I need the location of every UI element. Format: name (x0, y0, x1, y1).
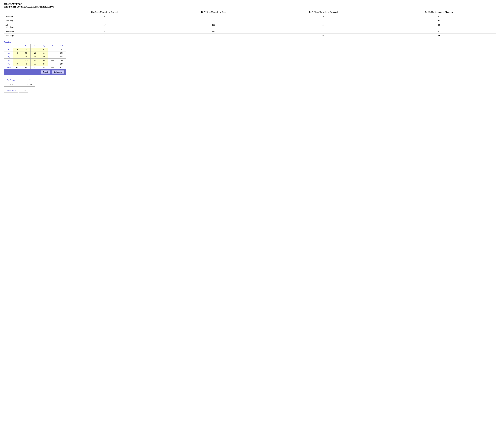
de-a1-b4[interactable]: 6 (39, 48, 48, 51)
col-b2-bold: B2 (201, 11, 203, 13)
de-a2-b5: ----- (48, 51, 57, 55)
section-title: FIRST LANGUAGE (4, 3, 496, 5)
row-a5-b2: 41 (162, 34, 265, 38)
de-a4-b1[interactable]: 57 (13, 59, 22, 62)
row-a5-b3: 96 (265, 34, 382, 38)
row-a2-b3: 21 (265, 19, 382, 23)
row-a1-b1: 2 (47, 14, 162, 19)
calculate-button[interactable]: Calculate (52, 70, 64, 74)
de-a3-b4[interactable]: 39 (39, 55, 48, 59)
row-a2-b4: 11 (382, 19, 496, 23)
de-a3-b2[interactable]: 106 (22, 55, 31, 59)
col-b3-desc: A Private University in Guayaquil (312, 11, 338, 13)
col-b4-desc: A Public University in Riobamba (428, 11, 453, 13)
de-row-a3: A3 47 106 41 39 ----- 233 (4, 55, 66, 59)
de-row-a2: A2 13 61 21 11 ----- 106 (4, 51, 66, 55)
de-row-header-a4: A4 (4, 59, 13, 62)
chi-square-header: Chi-Square (4, 78, 18, 82)
de-col-b4: B4 (39, 44, 48, 48)
row-label-a2: A2 Rarely (4, 19, 47, 23)
p-header: P (25, 78, 35, 82)
de-a2-total: 106 (57, 51, 66, 55)
cramer-row: Cramer's V = 0.1951 (4, 88, 496, 93)
de-a5-b4[interactable]: 84 (39, 62, 48, 66)
p-value: <.0001 (25, 82, 35, 86)
cramer-label: Cramer's V = (4, 88, 18, 93)
sub-title: THIRD CATEGORY: EVALUATION AFTER READING (4, 6, 496, 8)
de-totals-b2: 352 (22, 66, 31, 69)
de-a1-b2[interactable]: 24 (22, 48, 31, 51)
col-b2-desc: A Private University in Quito (204, 11, 226, 13)
de-a4-total: 356 (57, 59, 66, 62)
de-totals-total: 1023 (57, 66, 66, 69)
data-entry-section: Data Entry B1 B2 B3 B4 B5 Totals A1 2 24 (4, 41, 496, 75)
de-a4-b2[interactable]: 120 (22, 59, 31, 62)
de-a2-b1[interactable]: 13 (13, 51, 22, 55)
table-row: A4 Usually 57 120 77 102 (4, 29, 496, 34)
df-value: 12 (18, 82, 25, 86)
de-col-b1: B1 (13, 44, 22, 48)
de-a2-b2[interactable]: 61 (22, 51, 31, 55)
de-a2-b4[interactable]: 11 (39, 51, 48, 55)
cramer-value: 0.1951 (19, 88, 28, 93)
de-row-header-a3: A3 (4, 55, 13, 59)
col-b1-bold: B1 (91, 11, 93, 13)
row-a5-b4: 84 (382, 34, 496, 38)
table-row: A2 Rarely 13 61 21 11 (4, 19, 496, 23)
row-a4-b1: 57 (47, 29, 162, 34)
row-a5-b1: 68 (47, 34, 162, 38)
de-col-totals: Totals (57, 44, 66, 48)
row-label-a5: A5 Always (4, 34, 47, 38)
main-table: B1 A Public University in Guayaquil B2 A… (4, 10, 496, 38)
de-totals-b4: 242 (39, 66, 48, 69)
data-entry-table: B1 B2 B3 B4 B5 Totals A1 2 24 7 6 ----- … (4, 44, 66, 69)
de-a5-b1[interactable]: 68 (13, 62, 22, 66)
row-a2-b2: 61 (162, 19, 265, 23)
de-totals-b1: 187 (13, 66, 22, 69)
de-a4-b4[interactable]: 102 (39, 59, 48, 62)
de-a2-b3[interactable]: 21 (31, 51, 39, 55)
de-a1-total: 39 (57, 48, 66, 51)
row-a3-b4: 39 (382, 23, 496, 29)
de-a4-b3[interactable]: 77 (31, 59, 39, 62)
row-a4-b2: 120 (162, 29, 265, 34)
de-a5-b3[interactable]: 96 (31, 62, 39, 66)
de-col-b2: B2 (22, 44, 31, 48)
de-a3-b5: ----- (48, 55, 57, 59)
de-totals-label: Totals (4, 66, 13, 69)
col-b4-bold: B4 (425, 11, 427, 13)
de-col-b3: B3 (31, 44, 39, 48)
de-row-header-a5: A5 (4, 62, 13, 66)
de-a1-b1[interactable]: 2 (13, 48, 22, 51)
row-label-a1: A1 Never (4, 14, 47, 19)
de-row-header-a1: A1 (4, 48, 13, 51)
de-col-b5: B5 (48, 44, 57, 48)
row-a1-b2: 24 (162, 14, 265, 19)
de-col-empty (4, 44, 13, 48)
reset-button[interactable]: Reset (41, 70, 50, 74)
row-a4-b3: 77 (265, 29, 382, 34)
df-header: df (18, 78, 25, 82)
row-label-a4: A4 Usually (4, 29, 47, 34)
results-section: Chi-Square df P 116.83 12 <.0001 Cramer'… (4, 78, 496, 93)
de-a5-b5: ----- (48, 62, 57, 66)
row-label-a3: A3Sometimes (4, 23, 47, 29)
de-row-header-a2: A2 (4, 51, 13, 55)
de-totals-b3: 242 (31, 66, 39, 69)
col-b1-desc: A Public University in Guayaquil (93, 11, 118, 13)
de-row-a5: A5 68 41 96 84 ----- 289 (4, 62, 66, 66)
row-a1-b3: 7 (265, 14, 382, 19)
de-row-a1: A1 2 24 7 6 ----- 39 (4, 48, 66, 51)
de-a3-b1[interactable]: 47 (13, 55, 22, 59)
de-a1-b3[interactable]: 7 (31, 48, 39, 51)
de-totals-b5: ----- (48, 66, 57, 69)
row-a1-b4: 6 (382, 14, 496, 19)
row-a3-b3: 41 (265, 23, 382, 29)
chi-square-value: 116.83 (4, 82, 18, 86)
de-a1-b5: ----- (48, 48, 57, 51)
data-entry-label: Data Entry (4, 41, 496, 43)
de-a5-b2[interactable]: 41 (22, 62, 31, 66)
de-a3-total: 233 (57, 55, 66, 59)
de-a3-b3[interactable]: 41 (31, 55, 39, 59)
col-b3-bold: B3 (309, 11, 312, 13)
